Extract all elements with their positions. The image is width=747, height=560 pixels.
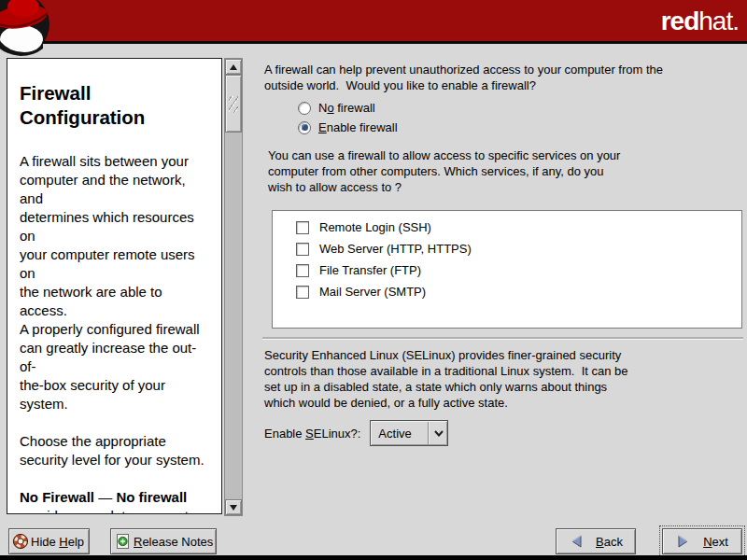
installer-window: redhat. Firewall Configuration A firewal… — [0, 0, 747, 560]
release-notes-page-icon — [115, 533, 131, 550]
checkbox-icon[interactable] — [296, 264, 309, 277]
next-button[interactable]: Next — [662, 528, 742, 554]
service-label: Mail Server (SMTP) — [319, 285, 426, 299]
service-label: Web Server (HTTP, HTTPS) — [319, 242, 472, 256]
top-banner — [0, 0, 747, 41]
help-content: Firewall Configuration A firewall sits b… — [7, 58, 222, 514]
help-paragraph: No Firewall — No firewall provides compl… — [20, 488, 209, 514]
help-title: Firewall Configuration — [20, 81, 188, 130]
selinux-dropdown[interactable]: Active — [370, 420, 448, 446]
button-label: Back — [596, 535, 623, 549]
help-panel: Firewall Configuration A firewall sits b… — [7, 58, 245, 516]
service-label: File Transfer (FTP) — [319, 263, 421, 277]
service-row-http[interactable]: Web Server (HTTP, HTTPS) — [296, 238, 741, 259]
help-term: No firewall — [116, 489, 187, 505]
redhat-wordmark: redhat. — [661, 7, 739, 36]
radio-label: Enable firewall — [318, 120, 398, 134]
services-intro-text: You can use a firewall to allow access t… — [268, 147, 620, 195]
scrollbar-track[interactable] — [225, 75, 242, 499]
bottom-border — [0, 555, 747, 560]
triangle-up-icon — [230, 64, 237, 70]
life-preserver-icon — [12, 533, 29, 550]
checkbox-icon[interactable] — [296, 286, 309, 299]
help-term: No Firewall — [20, 489, 94, 505]
redhat-shadowman-logo — [0, 0, 60, 60]
help-scrollbar[interactable] — [224, 58, 243, 516]
button-label: Hide Help — [31, 535, 84, 549]
section-separator — [262, 337, 743, 340]
radio-label: No firewall — [318, 101, 375, 115]
firewall-intro-text: A firewall can help prevent unauthorized… — [264, 62, 663, 93]
release-notes-button[interactable]: Release Notes — [110, 528, 217, 554]
radio-no-firewall[interactable]: No firewall — [298, 101, 375, 115]
service-row-ssh[interactable]: Remote Login (SSH) — [296, 217, 741, 238]
dropdown-value: Active — [371, 427, 428, 441]
selinux-description-text: Security Enhanced Linux (SELinux) provid… — [264, 347, 628, 411]
help-paragraph: Choose the appropriate security level fo… — [20, 432, 209, 469]
service-label: Remote Login (SSH) — [319, 220, 431, 234]
button-label: Next — [703, 535, 728, 549]
scroll-up-button[interactable] — [225, 59, 242, 75]
checkbox-icon[interactable] — [296, 243, 309, 256]
help-paragraph: A firewall sits between your computer an… — [20, 152, 209, 413]
arrow-right-icon — [676, 534, 691, 549]
arrow-left-icon — [569, 534, 584, 549]
radio-enable-firewall[interactable]: Enable firewall — [298, 120, 398, 134]
services-box: Remote Login (SSH) Web Server (HTTP, HTT… — [272, 210, 742, 329]
selinux-label: Enable SELinux?: — [264, 427, 360, 441]
banner-divider — [0, 41, 747, 44]
scroll-down-button[interactable] — [225, 499, 242, 515]
button-label: Release Notes — [134, 535, 213, 549]
scrollbar-thumb[interactable] — [225, 75, 242, 133]
service-row-ftp[interactable]: File Transfer (FTP) — [296, 259, 741, 281]
triangle-down-icon — [230, 505, 237, 511]
grip-icon — [229, 96, 238, 113]
chevron-down-icon — [430, 430, 447, 437]
checkbox-icon[interactable] — [296, 221, 309, 234]
radio-button-icon[interactable] — [298, 102, 311, 115]
hide-help-button[interactable]: Hide Help — [8, 528, 90, 554]
wordmark-bold: red — [661, 7, 699, 35]
back-button[interactable]: Back — [556, 528, 636, 554]
service-row-smtp[interactable]: Mail Server (SMTP) — [296, 281, 741, 302]
wordmark-rest: hat. — [698, 7, 739, 35]
radio-button-selected-icon[interactable] — [298, 121, 311, 134]
